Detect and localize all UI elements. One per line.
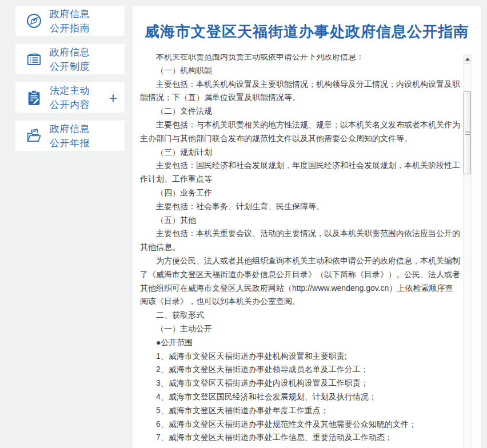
- paragraph: （二）文件法规: [140, 105, 460, 118]
- scrollbar-grip-icon: [465, 131, 470, 135]
- scrollbar-track[interactable]: [463, 54, 472, 448]
- scroll-area: 本机关在职责范围内负责主动或依申请公开下列政府信息：（一）机构职能主要包括：本机…: [133, 54, 481, 448]
- paragraph: 7、威海市文登区天福街道办事处工作信息、重要活动及工作动态；: [140, 431, 460, 445]
- paragraph: （一）机构职能: [140, 64, 460, 78]
- paragraph: 5、威海市文登区天福街道办事处年度工作重点；: [140, 404, 460, 418]
- scroll-up-button[interactable]: [464, 54, 471, 64]
- paragraph: 3、威海市文登区天福街道办事处内设机构设置及工作职责；: [140, 377, 460, 390]
- sidebar-item-label: 政府信息 公开年报: [50, 122, 90, 150]
- scroll-content: 本机关在职责范围内负责主动或依申请公开下列政府信息：（一）机构职能主要包括：本机…: [140, 54, 460, 445]
- paragraph: 4、威海市文登区国民经济和社会发展规划、计划及执行情况；: [140, 390, 460, 404]
- paragraph: （三）规划计划: [140, 146, 460, 159]
- compass-icon: [25, 11, 43, 31]
- paragraph: 为方便公民、法人或者其他组织查询本机关主动和依申请公开的政府信息，本机关编制了《…: [140, 254, 460, 309]
- paragraph: 主要包括：本机关重要会议、活动的主要情况，以及本机关职责范围内依法应当公开的其他…: [140, 227, 460, 254]
- sidebar-item-label: 法定主动 公开内容: [50, 83, 90, 112]
- plus-expander-icon[interactable]: +: [109, 90, 117, 105]
- sidebar-item-annual-report[interactable]: 政府信息 公开年报: [15, 121, 125, 151]
- sidebar-item-gov-info-guide[interactable]: 政府信息 公开指南: [15, 6, 125, 36]
- paragraph: ●公开范围: [140, 336, 460, 350]
- paragraph: 1、威海市文登区天福街道办事处机构设置和主要职责;: [140, 350, 460, 363]
- page-title: 威海市文登区天福街道办事处政府信息公开指南: [133, 6, 481, 41]
- paragraph: （一）主动公开: [140, 322, 460, 336]
- scroll-up-arrow-icon: [465, 58, 470, 61]
- paragraph: （五）其他: [140, 214, 460, 227]
- paragraph: 6、威海市文登区天福街道办事处规范性文件及其他需要公众知晓的文件；: [140, 418, 460, 431]
- paragraph: 主要包括：与本机关职责相关的地方性法规、规章；以本机关名义发布或者本机关作为主办…: [140, 118, 460, 146]
- notebook-list-icon: [25, 50, 43, 69]
- paragraph: 2、威海市文登区天福街道办事处领导成员名单及工作分工；: [140, 363, 460, 377]
- clipboard-pencil-icon: [25, 88, 43, 107]
- paragraph: 本机关在职责范围内负责主动或依申请公开下列政府信息：: [140, 54, 460, 64]
- page: { "app": { "background_color": "#f0f1f1"…: [0, 0, 487, 448]
- scrollbar-thumb[interactable]: [464, 91, 471, 174]
- paragraph: 主要包括：国民经济和社会发展规划，年度国民经济和社会发展规划，本机关阶段性工作计…: [140, 159, 460, 186]
- sidebar: 政府信息 公开指南 政府信息 公开制度 法定主动 公开内容 +: [15, 6, 125, 159]
- paragraph: 主要包括：本机关机构设置及主要职能情况；机构领导及分工情况；内设机构设置及职能情…: [140, 78, 460, 105]
- sidebar-item-label: 政府信息 公开指南: [50, 7, 90, 35]
- sidebar-item-label: 政府信息 公开制度: [50, 45, 90, 74]
- sidebar-item-statutory-content[interactable]: 法定主动 公开内容 +: [15, 82, 125, 113]
- paragraph: 二、获取形式: [140, 309, 460, 322]
- paragraph: （四）业务工作: [140, 186, 460, 200]
- paragraph: 主要包括：社会事务、计划生育、民生保障等。: [140, 200, 460, 214]
- folder-document-icon: [25, 126, 43, 146]
- content-panel: 威海市文登区天福街道办事处政府信息公开指南 本机关在职责范围内负责主动或依申请公…: [133, 6, 481, 448]
- sidebar-item-gov-info-system[interactable]: 政府信息 公开制度: [15, 44, 125, 74]
